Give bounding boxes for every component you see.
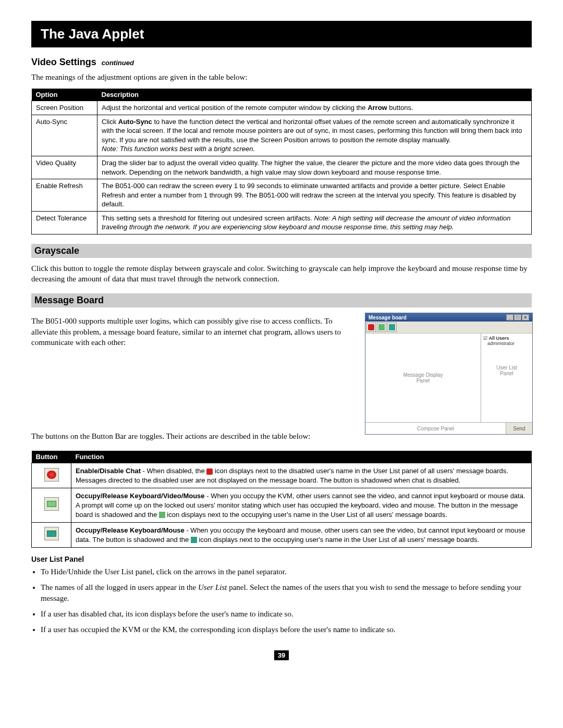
user-list-bullets: To Hide/Unhide the User List panel, clic… — [41, 566, 532, 635]
minimize-icon[interactable]: _ — [506, 314, 513, 320]
video-options-table: Option Description Screen Position Adjus… — [31, 89, 532, 235]
desc-cell: This setting sets a threshold for filter… — [97, 211, 532, 234]
func-cell: Enable/Disable Chat - When disabled, the… — [71, 463, 532, 488]
table-row: Occupy/Release Keyboard/Video/Mouse - Wh… — [32, 488, 532, 523]
opt-cell: Enable Refresh — [32, 179, 97, 212]
mb-titlebar: Message board _□× — [365, 313, 532, 322]
heading-text: Video Settings — [31, 57, 96, 67]
th-description: Description — [97, 89, 532, 101]
list-item: If a user has disabled chat, its icon di… — [41, 609, 532, 619]
table-row: Occupy/Release Keyboard/Mouse - When you… — [32, 523, 532, 548]
all-users-label: All Users — [489, 336, 509, 341]
kvm-toggle-icon[interactable] — [377, 323, 386, 332]
table-row: Enable Refresh The B051-000 can redraw t… — [32, 179, 532, 212]
user-list-panel: ☑ All Users administrator User List Pane… — [481, 334, 532, 422]
opt-cell: Auto-Sync — [32, 115, 97, 156]
italic-text: User List — [198, 583, 227, 591]
grayscale-heading: Grayscale — [31, 244, 532, 258]
th-function: Function — [71, 451, 532, 463]
message-board-heading: Message Board — [31, 293, 532, 307]
user-list-label: User List Panel — [481, 365, 532, 376]
opt-cell: Screen Position — [32, 101, 97, 115]
desc-cell: Adjust the horizontal and vertical posit… — [97, 101, 532, 115]
mb-body: Message Display Panel ☑ All Users admini… — [365, 334, 532, 422]
km-inline-icon — [191, 537, 197, 543]
video-settings-heading: Video Settings continued — [31, 57, 532, 68]
text: Click — [102, 118, 118, 126]
text: - When disabled, the — [141, 467, 206, 475]
text: The names of all the logged in users app… — [41, 583, 198, 591]
th-option: Option — [32, 89, 97, 101]
text: Adjust the horizontal and vertical posit… — [102, 104, 368, 112]
list-item: To Hide/Unhide the User List panel, clic… — [41, 566, 532, 577]
message-board-text: The B051-000 supports multiple user logi… — [31, 313, 354, 448]
table-row: Auto-Sync Click Auto-Sync to have the fu… — [32, 115, 532, 156]
label: Message Display Panel — [403, 372, 443, 384]
list-item: The names of all the logged in users app… — [41, 582, 532, 603]
text: to have the function detect the vertical… — [102, 118, 522, 144]
video-intro: The meanings of the adjustment options a… — [31, 72, 532, 82]
desc-cell: Drag the slider bar to adjust the overal… — [97, 156, 532, 179]
user-list-panel-heading: User List Panel — [31, 555, 532, 563]
table-row: Detect Tolerance This setting sets a thr… — [32, 211, 532, 234]
bold-text: Arrow — [368, 104, 387, 112]
continued-label: continued — [102, 59, 134, 67]
text: icon displays next to the occupying user… — [165, 511, 447, 519]
button-icon-cell — [32, 463, 71, 488]
func-cell: Occupy/Release Keyboard/Mouse - When you… — [71, 523, 532, 548]
table-row: Screen Position Adjust the horizontal an… — [32, 101, 532, 115]
kvm-inline-icon — [159, 512, 165, 518]
message-board-row: The B051-000 supports multiple user logi… — [31, 313, 532, 448]
text: buttons. — [387, 104, 413, 112]
mb-p1: The B051-000 supports multiple user logi… — [31, 316, 354, 348]
chat-toggle-icon[interactable] — [366, 323, 376, 332]
list-item: If a user has occupied the KVM or the KM… — [41, 624, 532, 635]
note-text: Note: This function works best with a br… — [102, 145, 255, 153]
message-board-screenshot: Message board _□× Message Display Panel … — [365, 313, 532, 435]
mb-p2: The buttons on the Button Bar are toggle… — [31, 431, 354, 441]
bold-text: Auto-Sync — [118, 118, 152, 126]
window-controls: _□× — [506, 314, 529, 320]
th-button: Button — [32, 451, 71, 463]
send-button[interactable]: Send — [506, 423, 532, 434]
opt-cell: Video Quality — [32, 156, 97, 179]
button-icon-cell — [32, 523, 71, 548]
kvm-button-icon — [44, 497, 59, 511]
compose-row: Compose Panel Send — [365, 422, 532, 434]
mb-title-text: Message board — [369, 315, 407, 320]
table-row: Enable/Disable Chat - When disabled, the… — [32, 463, 532, 488]
bold-text: Occupy/Release Keyboard/Video/Mouse — [76, 492, 205, 500]
maximize-icon[interactable]: □ — [514, 314, 521, 320]
km-toggle-icon[interactable] — [387, 323, 397, 332]
bold-text: Occupy/Release Keyboard/Mouse — [76, 526, 185, 534]
desc-cell: Click Auto-Sync to have the function det… — [97, 115, 532, 156]
chat-inline-icon — [206, 468, 213, 475]
compose-panel[interactable]: Compose Panel — [365, 423, 506, 434]
message-display-panel: Message Display Panel — [365, 334, 481, 422]
chat-button-icon — [44, 468, 59, 482]
desc-cell: The B051-000 can redraw the screen every… — [97, 179, 532, 212]
page-container: The Java Applet Video Settings continued… — [0, 0, 563, 681]
page-title: The Java Applet — [31, 21, 532, 47]
button-icon-cell — [32, 488, 71, 523]
mb-window: Message board _□× Message Display Panel … — [365, 313, 533, 435]
opt-cell: Detect Tolerance — [32, 211, 97, 234]
table-row: Video Quality Drag the slider bar to adj… — [32, 156, 532, 179]
text: icon displays next to the occupying user… — [197, 536, 479, 544]
grayscale-body: Click this button to toggle the remote d… — [31, 263, 532, 285]
user-admin: administrator — [487, 341, 530, 346]
km-button-icon — [44, 527, 59, 540]
close-icon[interactable]: × — [522, 314, 529, 320]
page-number: 39 — [274, 650, 289, 660]
text: This setting sets a threshold for filter… — [102, 214, 314, 222]
func-cell: Occupy/Release Keyboard/Video/Mouse - Wh… — [71, 488, 532, 523]
button-function-table: Button Function Enable/Disable Chat - Wh… — [31, 451, 532, 548]
mb-toolbar — [365, 322, 532, 334]
bold-text: Enable/Disable Chat — [76, 467, 141, 475]
